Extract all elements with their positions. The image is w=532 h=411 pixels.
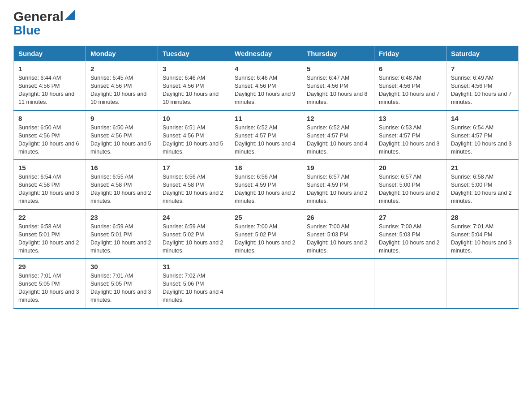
- calendar-day-12: 12 Sunrise: 6:52 AMSunset: 4:57 PMDaylig…: [302, 111, 374, 160]
- day-info-8: Sunrise: 6:50 AMSunset: 4:56 PMDaylight:…: [18, 124, 79, 155]
- day-info-30: Sunrise: 7:01 AMSunset: 5:05 PMDaylight:…: [90, 273, 151, 303]
- day-number-3: 3: [163, 65, 225, 73]
- day-number-25: 25: [235, 214, 297, 221]
- day-number-30: 30: [90, 263, 153, 270]
- day-info-3: Sunrise: 6:46 AMSunset: 4:56 PMDaylight:…: [163, 75, 219, 105]
- calendar-week-3: 15 Sunrise: 6:54 AMSunset: 4:58 PMDaylig…: [14, 160, 519, 210]
- calendar-day-27: 27 Sunrise: 7:00 AMSunset: 5:03 PMDaylig…: [374, 210, 446, 259]
- day-info-20: Sunrise: 6:57 AMSunset: 5:00 PMDaylight:…: [379, 174, 440, 204]
- logo-triangle-icon: [64, 9, 75, 20]
- day-info-24: Sunrise: 6:59 AMSunset: 5:02 PMDaylight:…: [163, 223, 223, 254]
- day-number-27: 27: [379, 214, 442, 221]
- day-info-11: Sunrise: 6:52 AMSunset: 4:57 PMDaylight:…: [235, 124, 296, 155]
- calendar-day-30: 30 Sunrise: 7:01 AMSunset: 5:05 PMDaylig…: [86, 259, 158, 308]
- calendar-day-16: 16 Sunrise: 6:55 AMSunset: 4:58 PMDaylig…: [86, 160, 158, 210]
- day-number-13: 13: [379, 115, 442, 122]
- day-number-11: 11: [235, 115, 297, 122]
- day-info-21: Sunrise: 6:58 AMSunset: 5:00 PMDaylight:…: [451, 174, 512, 204]
- day-number-5: 5: [307, 65, 369, 73]
- day-number-21: 21: [451, 164, 514, 171]
- calendar-empty-4-6: [446, 259, 519, 308]
- day-number-6: 6: [379, 65, 442, 73]
- calendar-day-19: 19 Sunrise: 6:57 AMSunset: 4:59 PMDaylig…: [302, 160, 374, 210]
- calendar-day-22: 22 Sunrise: 6:58 AMSunset: 5:01 PMDaylig…: [14, 210, 86, 259]
- calendar-day-5: 5 Sunrise: 6:47 AMSunset: 4:56 PMDayligh…: [302, 61, 374, 111]
- calendar-week-5: 29 Sunrise: 7:01 AMSunset: 5:05 PMDaylig…: [14, 259, 519, 308]
- calendar-day-13: 13 Sunrise: 6:53 AMSunset: 4:57 PMDaylig…: [374, 111, 446, 160]
- calendar-day-18: 18 Sunrise: 6:56 AMSunset: 4:59 PMDaylig…: [230, 160, 302, 210]
- calendar-empty-4-3: [230, 259, 302, 308]
- day-number-2: 2: [90, 65, 153, 73]
- day-info-2: Sunrise: 6:45 AMSunset: 4:56 PMDaylight:…: [90, 75, 146, 105]
- day-info-10: Sunrise: 6:51 AMSunset: 4:56 PMDaylight:…: [163, 124, 223, 155]
- day-info-26: Sunrise: 7:00 AMSunset: 5:03 PMDaylight:…: [307, 223, 368, 254]
- day-info-4: Sunrise: 6:46 AMSunset: 4:56 PMDaylight:…: [235, 75, 296, 105]
- weekday-header-saturday: Saturday: [446, 46, 519, 61]
- logo-general: General: [13, 9, 64, 24]
- calendar-day-7: 7 Sunrise: 6:49 AMSunset: 4:56 PMDayligh…: [446, 61, 519, 111]
- day-number-14: 14: [451, 115, 514, 122]
- calendar-day-8: 8 Sunrise: 6:50 AMSunset: 4:56 PMDayligh…: [14, 111, 86, 160]
- day-number-10: 10: [163, 115, 225, 122]
- weekday-header-tuesday: Tuesday: [158, 46, 230, 61]
- calendar-table: SundayMondayTuesdayWednesdayThursdayFrid…: [13, 46, 519, 309]
- calendar-day-4: 4 Sunrise: 6:46 AMSunset: 4:56 PMDayligh…: [230, 61, 302, 111]
- day-number-24: 24: [163, 214, 225, 221]
- logo-blue: Blue: [13, 23, 41, 38]
- day-number-26: 26: [307, 214, 369, 221]
- day-info-14: Sunrise: 6:54 AMSunset: 4:57 PMDaylight:…: [451, 124, 512, 155]
- calendar-day-1: 1 Sunrise: 6:44 AMSunset: 4:56 PMDayligh…: [14, 61, 86, 111]
- logo: General Blue: [13, 9, 75, 38]
- calendar-day-21: 21 Sunrise: 6:58 AMSunset: 5:00 PMDaylig…: [446, 160, 519, 210]
- day-number-31: 31: [163, 263, 225, 270]
- calendar-day-17: 17 Sunrise: 6:56 AMSunset: 4:58 PMDaylig…: [158, 160, 230, 210]
- day-number-20: 20: [379, 164, 442, 171]
- day-number-18: 18: [235, 164, 297, 171]
- day-number-12: 12: [307, 115, 369, 122]
- day-number-17: 17: [163, 164, 225, 171]
- calendar-empty-4-5: [374, 259, 446, 308]
- calendar-day-10: 10 Sunrise: 6:51 AMSunset: 4:56 PMDaylig…: [158, 111, 230, 160]
- day-number-19: 19: [307, 164, 369, 171]
- weekday-header-monday: Monday: [86, 46, 158, 61]
- calendar-day-28: 28 Sunrise: 7:01 AMSunset: 5:04 PMDaylig…: [446, 210, 519, 259]
- day-info-22: Sunrise: 6:58 AMSunset: 5:01 PMDaylight:…: [18, 223, 79, 254]
- day-number-23: 23: [90, 214, 153, 221]
- day-info-29: Sunrise: 7:01 AMSunset: 5:05 PMDaylight:…: [18, 273, 79, 303]
- weekday-header-thursday: Thursday: [302, 46, 374, 61]
- svg-marker-0: [64, 9, 75, 20]
- calendar-day-25: 25 Sunrise: 7:00 AMSunset: 5:02 PMDaylig…: [230, 210, 302, 259]
- calendar-day-6: 6 Sunrise: 6:48 AMSunset: 4:56 PMDayligh…: [374, 61, 446, 111]
- day-info-23: Sunrise: 6:59 AMSunset: 5:01 PMDaylight:…: [90, 223, 151, 254]
- day-number-4: 4: [235, 65, 297, 73]
- day-number-9: 9: [90, 115, 153, 122]
- day-number-7: 7: [451, 65, 514, 73]
- weekday-header-row: SundayMondayTuesdayWednesdayThursdayFrid…: [14, 46, 519, 61]
- calendar-day-11: 11 Sunrise: 6:52 AMSunset: 4:57 PMDaylig…: [230, 111, 302, 160]
- calendar-day-9: 9 Sunrise: 6:50 AMSunset: 4:56 PMDayligh…: [86, 111, 158, 160]
- day-number-29: 29: [18, 263, 81, 270]
- calendar-week-4: 22 Sunrise: 6:58 AMSunset: 5:01 PMDaylig…: [14, 210, 519, 259]
- weekday-header-friday: Friday: [374, 46, 446, 61]
- day-info-15: Sunrise: 6:54 AMSunset: 4:58 PMDaylight:…: [18, 174, 79, 204]
- calendar-week-1: 1 Sunrise: 6:44 AMSunset: 4:56 PMDayligh…: [14, 61, 519, 111]
- day-number-28: 28: [451, 214, 514, 221]
- calendar-day-20: 20 Sunrise: 6:57 AMSunset: 5:00 PMDaylig…: [374, 160, 446, 210]
- day-number-16: 16: [90, 164, 153, 171]
- day-info-27: Sunrise: 7:00 AMSunset: 5:03 PMDaylight:…: [379, 223, 440, 254]
- calendar-day-3: 3 Sunrise: 6:46 AMSunset: 4:56 PMDayligh…: [158, 61, 230, 111]
- calendar-empty-4-4: [302, 259, 374, 308]
- weekday-header-wednesday: Wednesday: [230, 46, 302, 61]
- day-number-1: 1: [18, 65, 81, 73]
- calendar-day-23: 23 Sunrise: 6:59 AMSunset: 5:01 PMDaylig…: [86, 210, 158, 259]
- calendar-day-26: 26 Sunrise: 7:00 AMSunset: 5:03 PMDaylig…: [302, 210, 374, 259]
- calendar-day-14: 14 Sunrise: 6:54 AMSunset: 4:57 PMDaylig…: [446, 111, 519, 160]
- day-number-8: 8: [18, 115, 81, 122]
- calendar-day-31: 31 Sunrise: 7:02 AMSunset: 5:06 PMDaylig…: [158, 259, 230, 308]
- page-header: General Blue: [13, 9, 519, 38]
- day-number-15: 15: [18, 164, 81, 171]
- day-info-17: Sunrise: 6:56 AMSunset: 4:58 PMDaylight:…: [163, 174, 223, 204]
- weekday-header-sunday: Sunday: [14, 46, 86, 61]
- calendar-day-29: 29 Sunrise: 7:01 AMSunset: 5:05 PMDaylig…: [14, 259, 86, 308]
- day-info-12: Sunrise: 6:52 AMSunset: 4:57 PMDaylight:…: [307, 124, 368, 155]
